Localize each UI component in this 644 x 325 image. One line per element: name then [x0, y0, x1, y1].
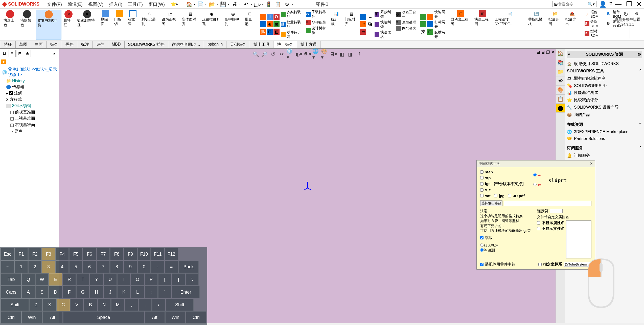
key-g[interactable]: G	[76, 286, 89, 298]
ribbon-rename-3in1[interactable]: 改改名三合一	[395, 10, 419, 19]
grid-icon[interactable]	[420, 14, 426, 20]
dialog-titlebar[interactable]: 中间格式互换 ✕	[477, 160, 595, 167]
rp-sec-sub[interactable]: 订阅服务⌃	[567, 145, 642, 152]
rp-products[interactable]: 📦 我的产品	[567, 111, 642, 118]
tree-history[interactable]: 📁 History	[1, 78, 58, 84]
key-o[interactable]: O	[131, 273, 144, 286]
tree-annotations[interactable]: ▸ 🅰 注解	[1, 90, 58, 96]
tab-doctor-tube[interactable]: 博士方通	[297, 41, 320, 48]
chk-jpg[interactable]: jpg	[494, 194, 505, 198]
ribbon-batch-export[interactable]: 📤批量导出	[564, 10, 580, 39]
grid-icon[interactable]	[427, 14, 433, 20]
vp-hide-icon[interactable]: 👁▾	[304, 50, 311, 58]
key-s[interactable]: S	[35, 286, 49, 298]
vp-close-icon[interactable]: ✕	[551, 50, 555, 55]
key-z[interactable]: Z	[29, 299, 42, 311]
chk-xt[interactable]: x_t	[480, 188, 526, 192]
tp-tab-forum[interactable]: ⬤	[556, 104, 565, 113]
help-icon[interactable]: ?	[609, 1, 612, 8]
activate-info[interactable]: ↻ 激活升级帮助 2024.9.1.1	[615, 11, 636, 26]
key-k[interactable]: K	[117, 286, 130, 298]
chk-igs[interactable]: igs 【部份版本不支持】	[480, 181, 526, 186]
radio-default-view[interactable]: 默认视角	[480, 243, 532, 248]
chk-3dpdf[interactable]: 3D pdf	[508, 194, 525, 198]
key-,[interactable]: ,	[125, 299, 138, 311]
key-x[interactable]: X	[43, 299, 56, 311]
key-e[interactable]: E	[49, 273, 62, 286]
grid-icon[interactable]	[260, 14, 266, 20]
key-8[interactable]: 8	[110, 261, 123, 273]
tree-tab-2[interactable]: ≡	[9, 50, 16, 57]
new-icon[interactable]: 📄	[197, 1, 204, 8]
key-a[interactable]: A	[22, 286, 35, 298]
vp-min-icon[interactable]: ⊟	[537, 50, 540, 55]
ribbon-fast-expand[interactable]: 快速展开	[433, 10, 449, 19]
ribbon-sub-convert[interactable]: W子装转零件	[305, 10, 329, 19]
rp-sec-tools[interactable]: SOLIDWORKS 工具⌃	[567, 68, 642, 75]
key-r[interactable]: R	[63, 273, 76, 286]
chk-assembly-transit[interactable]: 装配体用零件中转	[480, 262, 515, 267]
tab-wechat[interactable]: 微信抖音同步…	[168, 41, 204, 48]
rp-wizard[interactable]: 🔧 SOLIDWORKS 设置向导	[567, 104, 642, 111]
ribbon-batch-fit[interactable]: ⊞批量配	[243, 10, 257, 39]
vp-cube2-icon[interactable]: ◨	[347, 50, 354, 58]
vp-appearance-icon[interactable]: 🎨▾	[321, 50, 329, 58]
tree-right-plane[interactable]: ◫ 右视基准面	[1, 122, 58, 128]
ribbon-multi-convert[interactable]: 多实转装配	[280, 10, 304, 19]
tree-root[interactable]: 🧊 零件1 (默认) <<默认>_显示状态 1>	[1, 66, 58, 78]
ribbon-fast-rename[interactable]: 快速改名	[374, 30, 395, 39]
grid-icon[interactable]: ⊟	[267, 29, 273, 35]
key-shift[interactable]: Shift	[166, 299, 194, 311]
grid-icon[interactable]	[420, 21, 426, 27]
vp-scene-icon[interactable]: 🌐▾	[312, 50, 320, 58]
tab-mbd[interactable]: MBD	[108, 41, 125, 48]
tree-front-plane[interactable]: ◫ 前视基准面	[1, 109, 58, 115]
rp-sec-online[interactable]: 在线资源⌃	[567, 121, 642, 128]
tree-tab-1[interactable]: 🗋	[1, 50, 8, 57]
ribbon-fast-del[interactable]: ✕极速删除特征	[76, 10, 99, 39]
key-q[interactable]: Q	[22, 273, 35, 286]
vp-zoom-fit-icon[interactable]: 🔍	[252, 50, 260, 58]
key-f7[interactable]: F7	[97, 248, 110, 260]
ribbon-count[interactable]: 📊统计款	[330, 10, 343, 39]
ribbon-auto-drawing[interactable]: ⊞自动出工程图	[449, 10, 472, 39]
home-icon[interactable]: 🏠	[186, 1, 193, 8]
menu-file[interactable]: 文件(F)	[44, 0, 64, 8]
tp-tab-file[interactable]: 📁	[556, 67, 565, 76]
ribbon-part-sub[interactable]: 零件转子装	[280, 30, 304, 39]
rp-compare[interactable]: ⭐ 比较我的评分	[567, 96, 642, 104]
key-b[interactable]: B	[84, 299, 97, 311]
grid-icon[interactable]: O	[273, 14, 280, 20]
chk-stp[interactable]: stp	[480, 176, 526, 180]
ribbon-property[interactable]: ≡属性处理	[395, 20, 419, 25]
chk-coord[interactable]: 指定坐标系	[538, 262, 562, 267]
ribbon-fast-drawing[interactable]: ⊞快速工程图	[473, 10, 493, 39]
chk-mirror[interactable]: 镜版	[480, 235, 532, 240]
grid-icon[interactable]	[427, 21, 433, 27]
key-f6[interactable]: F6	[83, 248, 96, 260]
grid-icon[interactable]: ⊕	[267, 21, 273, 27]
grid-icon[interactable]: ⊞	[273, 21, 280, 27]
key-tab[interactable]: Tab	[1, 273, 21, 286]
chk-sat[interactable]: sat	[480, 194, 491, 198]
ribbon-del-face[interactable]: 删除面	[99, 10, 112, 39]
key-esc[interactable]: Esc	[1, 248, 14, 260]
tab-feature[interactable]: 特征	[0, 41, 16, 48]
path-label[interactable]: 选择输出路径	[480, 200, 502, 206]
rp-benchmark[interactable]: 📊 性能基准测试	[567, 89, 642, 96]
key-u[interactable]: U	[104, 273, 117, 286]
key-f10[interactable]: F10	[137, 248, 151, 260]
menu-window[interactable]: 窗口(W)	[146, 0, 167, 8]
key-ctrl[interactable]: Ctrl	[186, 311, 206, 323]
key-j[interactable]: J	[104, 286, 117, 298]
key-h[interactable]: H	[90, 286, 103, 298]
grid-icon[interactable]: ◧	[273, 29, 280, 35]
property-list[interactable]	[566, 220, 591, 258]
grid-icon[interactable]: 拉	[420, 29, 426, 35]
key-4[interactable]: 4	[56, 261, 69, 273]
key-f9[interactable]: F9	[124, 248, 137, 260]
tab-doctor-sheet[interactable]: 博士钣金	[273, 41, 297, 48]
grid-icon[interactable]	[260, 21, 266, 27]
key-f5[interactable]: F5	[69, 248, 82, 260]
key-f3[interactable]: F3	[42, 248, 55, 260]
